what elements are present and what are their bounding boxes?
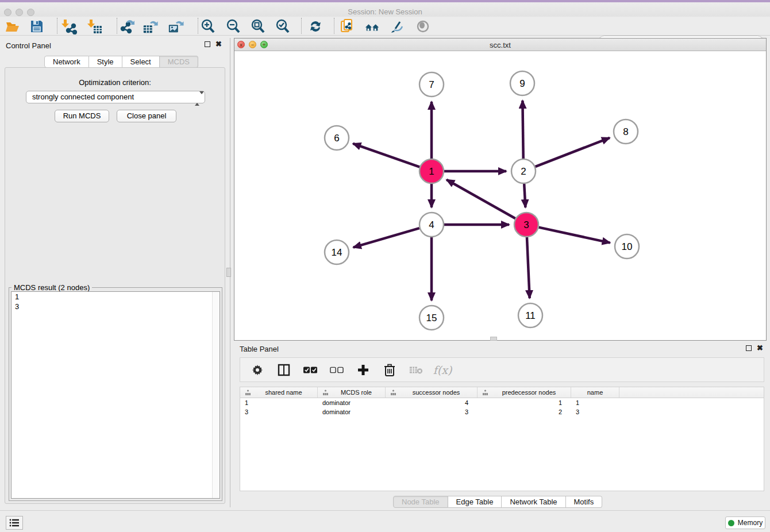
save-session-button[interactable] [29, 18, 45, 34]
split-pane-icon [278, 364, 290, 376]
delete-table-button[interactable] [409, 363, 423, 377]
memory-status-icon [728, 520, 734, 526]
export-table-button[interactable] [143, 18, 159, 34]
show-all-button[interactable] [415, 18, 431, 34]
copy-network-button[interactable] [339, 18, 355, 34]
network-graph: 7968124314101511 [234, 51, 766, 340]
table-row[interactable]: 1 dominator 4 1 1 [240, 398, 764, 407]
export-image-button[interactable] [168, 18, 184, 34]
tab-edge-table[interactable]: Edge Table [448, 496, 502, 508]
run-mcds-button[interactable]: Run MCDS [55, 110, 109, 122]
column-header-name[interactable]: name [571, 387, 619, 398]
criterion-value: strongly connected component [32, 92, 134, 101]
close-panel-button[interactable]: Close panel [117, 110, 176, 122]
trash-icon [384, 364, 395, 376]
zoom-out-icon [225, 18, 241, 34]
table-settings-button[interactable] [251, 363, 264, 377]
column-header-successor-nodes[interactable]: successor nodes [386, 387, 478, 398]
panel-splitter-handle[interactable] [490, 337, 497, 341]
graph-node-label: 1 [429, 166, 434, 177]
dropdown-spinner-icon [195, 93, 201, 102]
control-panel-tabs: Network Style Select MCDS [44, 56, 198, 68]
tab-node-table[interactable]: Node Table [393, 496, 448, 508]
tab-network-table[interactable]: Network Table [502, 496, 565, 508]
result-scrollbar[interactable] [212, 292, 220, 498]
task-history-button[interactable] [6, 516, 23, 530]
table-row[interactable]: 3 dominator 3 2 3 [240, 407, 764, 417]
unchecked-boxes-icon [330, 366, 344, 374]
table-toolbar: f(x) [240, 357, 764, 382]
export-network-icon [118, 18, 134, 34]
add-column-button[interactable] [356, 363, 370, 377]
graph-edge-3-10[interactable] [538, 228, 610, 243]
graph-edge-2-9[interactable] [522, 101, 523, 159]
graph-edge-1-6[interactable] [353, 144, 419, 167]
criterion-dropdown[interactable]: strongly connected component [26, 91, 205, 103]
graph-node-label: 6 [334, 133, 339, 144]
close-panel-icon[interactable]: ✖ [215, 41, 222, 47]
graph-edge-3-11[interactable] [527, 237, 530, 298]
open-session-button[interactable] [5, 18, 21, 34]
mcds-result-textarea[interactable]: 1 3 [11, 291, 220, 499]
network-view-window: x − + scc.txt 7968124314101511 [234, 38, 767, 341]
hide-selected-button[interactable] [390, 18, 406, 34]
tab-mcds[interactable]: MCDS [160, 56, 198, 68]
first-neighbors-button[interactable] [364, 18, 380, 34]
node-table: shared name MCDS role successor nodes pr… [240, 387, 764, 491]
application-window: Session: New Session [0, 0, 770, 532]
cell-successor-nodes: 3 [386, 407, 478, 417]
control-panel-buttons: ✖ [205, 41, 222, 47]
zoom-in-button[interactable] [200, 18, 216, 34]
float-panel-icon[interactable] [205, 41, 210, 47]
column-label: successor nodes [400, 389, 477, 396]
graph-edge-2-8[interactable] [536, 138, 610, 167]
memory-button[interactable]: Memory [725, 516, 765, 529]
zoom-fit-button[interactable] [250, 18, 266, 34]
close-panel-icon[interactable]: ✖ [757, 345, 763, 351]
plus-icon [357, 364, 369, 376]
graph-node-label: 14 [332, 247, 342, 258]
toolbar-separator [301, 18, 302, 34]
table-panel: Table Panel ✖ [234, 342, 770, 510]
tab-style[interactable]: Style [89, 56, 122, 68]
column-sort-icon [390, 390, 396, 396]
graph-edge-4-14[interactable] [353, 228, 419, 247]
import-network-button[interactable] [61, 18, 77, 34]
cell-name: 1 [571, 398, 619, 407]
deselect-all-columns-button[interactable] [330, 363, 344, 377]
import-network-icon [61, 18, 77, 34]
tab-select[interactable]: Select [122, 56, 160, 68]
select-all-columns-button[interactable] [303, 363, 317, 377]
column-header-shared-name[interactable]: shared name [240, 387, 318, 398]
panel-splitter-handle[interactable] [226, 268, 231, 277]
mcds-panel: Optimization criterion: strongly connect… [5, 67, 225, 504]
column-header-mcds-role[interactable]: MCDS role [318, 387, 386, 398]
graph-edge-3-1[interactable] [446, 180, 515, 218]
graph-node-label: 3 [523, 219, 529, 230]
delete-column-button[interactable] [383, 363, 396, 377]
show-all-eye-icon [415, 18, 431, 34]
list-icon [9, 518, 20, 527]
tab-network[interactable]: Network [44, 56, 89, 68]
column-header-predecessor-nodes[interactable]: predecessor nodes [478, 387, 571, 398]
zoom-selected-button[interactable] [275, 18, 291, 34]
refresh-view-button[interactable] [307, 18, 324, 34]
tab-motifs[interactable]: Motifs [566, 496, 603, 508]
export-network-button[interactable] [118, 18, 134, 34]
column-sort-icon [245, 390, 251, 396]
column-sort-icon [482, 390, 488, 396]
mcds-result-group: MCDS result (2 nodes) 1 3 [9, 287, 222, 501]
memory-label: Memory [738, 519, 763, 527]
gear-icon [252, 364, 263, 376]
network-canvas[interactable]: 7968124314101511 [234, 51, 766, 340]
function-builder-button[interactable]: f(x) [436, 363, 449, 377]
column-sort-icon [322, 390, 329, 396]
network-window-titlebar[interactable]: x − + scc.txt [234, 38, 766, 51]
split-view-button[interactable] [277, 363, 291, 377]
toolbar-separator [57, 18, 57, 34]
import-table-icon [87, 18, 103, 34]
graph-edge-2-3[interactable] [524, 184, 525, 207]
zoom-out-button[interactable] [225, 18, 241, 34]
float-panel-icon[interactable] [746, 345, 752, 351]
import-table-button[interactable] [87, 18, 103, 34]
